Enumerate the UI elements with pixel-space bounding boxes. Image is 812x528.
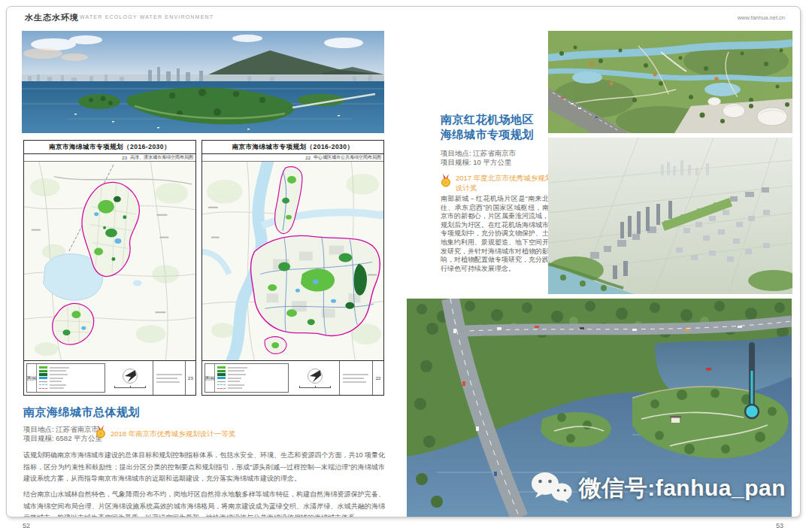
- legend-row: [217, 369, 286, 372]
- map2-legend-title: 图例: [205, 364, 215, 392]
- map-panel-sponge-plan-1: 南京市海绵城市专项规划（2016-2030） 23 高淳、溧水城市海绵空间布局图: [23, 140, 196, 396]
- legend-row: [39, 366, 102, 369]
- map2-body: [202, 162, 383, 360]
- left-paragraph-2: 结合南京山水城林自然特色，气象降雨分布不均，岗地圩区自然排水地貌多样等城市特征，…: [23, 489, 385, 517]
- map2-subtitle: 22 中心城区城市公共海绵空间布局图: [202, 154, 383, 162]
- map2-legend: 图例: [205, 363, 289, 393]
- header-title-cn: 水生态水环境: [25, 12, 79, 23]
- right-section-title: 南京红花机场地区 海绵城市专项规划: [441, 112, 561, 142]
- page-number-left: 52: [23, 522, 30, 528]
- photo-park-render-art: [548, 31, 792, 133]
- map1-compass: [108, 361, 153, 395]
- map1-scalebar: [114, 386, 146, 388]
- left-project-scale: 项目规模: 6582 平方公里: [23, 434, 102, 443]
- scale-label: 项目规模:: [23, 434, 54, 442]
- right-project-location: 项目地点: 江苏省南京市: [441, 149, 516, 158]
- institute-text-smudge: [156, 374, 182, 375]
- wechat-label: 微信号:: [579, 475, 656, 500]
- legend-row: [39, 384, 102, 387]
- right-award-text: 2017 年度北京市优秀城乡规划 设计奖: [456, 173, 557, 193]
- right-award-line1: 2017 年度北京市优秀城乡规划: [456, 173, 557, 183]
- map1-footer: 图例: [24, 360, 195, 395]
- left-section-title: 南京海绵城市总体规划: [23, 405, 140, 420]
- map1-subtitle: 23 高淳、溧水城市海绵空间布局图: [24, 154, 195, 162]
- wechat-icon: [531, 471, 573, 505]
- location-value: 江苏省南京市: [56, 425, 98, 433]
- map-panel-sponge-plan-2: 南京市海绵城市专项规划（2016-2030） 22 中心城区城市公共海绵空间布局…: [201, 140, 384, 396]
- photo-city-aerial-render: [548, 138, 792, 294]
- wechat-watermark: 微信号:fanhua_pan: [531, 471, 786, 505]
- photo-river-park-render: 微信号:fanhua_pan: [407, 299, 792, 517]
- map1-legend-title: 图例: [27, 364, 37, 392]
- magazine-spread: 水生态水环境 WATER ECOLOGY WATER ENVIRONMENT w…: [0, 0, 812, 528]
- scale-label: 项目规模:: [441, 158, 471, 166]
- right-paragraph: 南部新城－红花机场片区是“南来北往、承东启西”的国家区域枢纽，南京市的新都心，片…: [441, 195, 549, 273]
- institute-text-smudge: [343, 374, 368, 375]
- map2-scalebar: [299, 386, 331, 388]
- institute-text-smudge: [343, 381, 366, 383]
- page-number-right: 53: [776, 522, 783, 528]
- institute-text-smudge: [156, 381, 180, 383]
- map1-legend: 图例: [26, 363, 105, 393]
- map1-institute-box: [153, 361, 185, 395]
- map1-title: 南京市海绵城市专项规划（2016-2030）: [24, 141, 195, 154]
- legend-row: [39, 387, 102, 390]
- map1-sheet-corner: 23: [185, 361, 195, 395]
- location-label: 项目地点:: [441, 149, 471, 157]
- photo-lake-panorama-art: [22, 31, 384, 133]
- left-paragraph-1: 该规划明确南京市海绵城市建设的总体目标和规划控制指标体系，包括水安全、环境、生态…: [23, 450, 385, 485]
- institute-text-smudge: [343, 378, 364, 379]
- north-arrow-icon: [305, 368, 325, 384]
- location-value: 江苏省南京市: [473, 149, 516, 157]
- map2-sheet-no: 22: [305, 156, 311, 160]
- map1-sheet-no: 23: [122, 156, 127, 160]
- location-label: 项目地点:: [23, 425, 54, 433]
- legend-row: [217, 377, 286, 380]
- left-project-location: 项目地点: 江苏省南京市: [23, 425, 98, 434]
- map2-title: 南京市海绵城市专项规划（2016-2030）: [202, 141, 383, 154]
- map1-legend-rows: [37, 364, 105, 392]
- map1-subtitle-text: 高淳、溧水城市海绵空间布局图: [130, 154, 193, 161]
- wechat-account: fanhua_pan: [656, 475, 786, 500]
- map2-subtitle-text: 中心城区城市公共海绵空间布局图: [314, 154, 381, 161]
- legend-row: [217, 384, 286, 387]
- photo-city-aerial-art: [548, 138, 792, 294]
- scale-value: 10 平方公里: [473, 158, 511, 166]
- legend-row: [217, 387, 286, 390]
- legend-row: [217, 373, 286, 376]
- right-project-scale: 项目规模: 10 平方公里: [441, 158, 512, 167]
- right-title-line1: 南京红花机场地区: [441, 112, 561, 127]
- legend-row: [39, 373, 102, 376]
- medal-icon: [441, 174, 451, 187]
- right-award-line2: 设计奖: [456, 183, 557, 193]
- left-award-text: 2018 年南京市优秀城乡规划设计一等奖: [111, 429, 235, 438]
- photo-lake-panorama: [22, 31, 384, 133]
- map2-compass: [291, 361, 339, 395]
- legend-row: [217, 380, 286, 383]
- map1-figure: [24, 162, 195, 360]
- header-website: www.fanhua.net.cn: [738, 14, 785, 21]
- map1-body: [24, 162, 195, 360]
- page-frame: 水生态水环境 WATER ECOLOGY WATER ENVIRONMENT w…: [6, 6, 801, 517]
- map2-figure: [202, 162, 383, 360]
- institute-text-smudge: [156, 378, 177, 379]
- wechat-id-text: 微信号:fanhua_pan: [579, 473, 786, 504]
- north-arrow-icon: [120, 368, 140, 384]
- map2-legend-rows: [215, 364, 288, 392]
- legend-row: [217, 366, 286, 369]
- map2-institute-box: [339, 361, 372, 395]
- legend-row: [39, 380, 102, 383]
- legend-row: [39, 377, 102, 380]
- header-title-en: WATER ECOLOGY WATER ENVIRONMENT: [80, 14, 214, 20]
- photo-park-render: [548, 31, 792, 133]
- map2-sheet-corner: 22: [372, 361, 383, 395]
- map2-footer: 图例: [202, 360, 383, 395]
- legend-row: [39, 369, 102, 372]
- right-title-line2: 海绵城市专项规划: [441, 127, 561, 142]
- medal-icon: [95, 425, 106, 438]
